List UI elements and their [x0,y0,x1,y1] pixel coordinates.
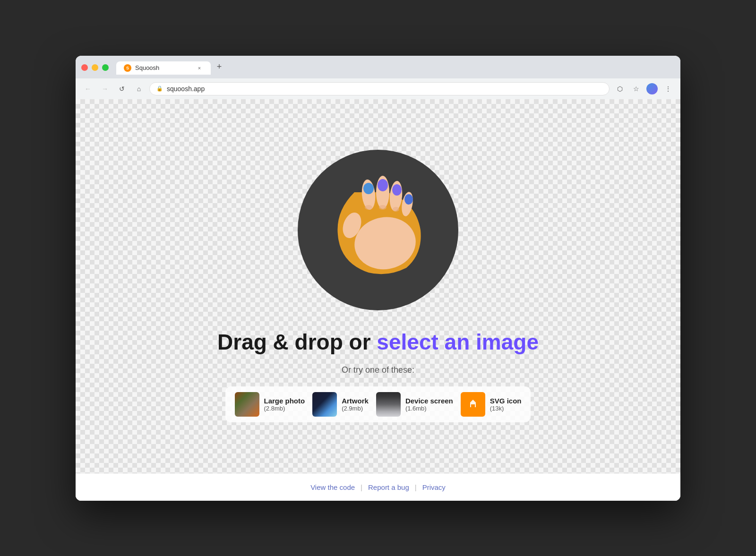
sample-thumb-device-bg [376,392,401,417]
page-content: Drag & drop or select an image Or try on… [76,99,680,501]
sample-info-svg: SVG icon (13k) [490,397,522,412]
external-link-icon[interactable]: ⬡ [613,82,627,95]
or-try-text: Or try one of these: [342,365,414,375]
sample-item-svg[interactable]: SVG icon (13k) [461,392,522,417]
svg-point-7 [392,184,402,196]
view-code-link[interactable]: View the code [310,483,355,491]
sample-images: Large photo (2.8mb) Artwork (2.9mb) [225,386,531,422]
forward-button[interactable]: → [98,82,112,95]
chrome-toolbar: ← → ↺ ⌂ 🔒 squoosh.app ⬡ ☆ ⋮ [76,78,680,99]
profile-icon[interactable] [645,82,659,95]
toolbar-actions: ⬡ ☆ ⋮ [613,82,675,95]
svg-rect-14 [471,404,475,407]
address-bar[interactable]: 🔒 squoosh.app [149,82,610,95]
sample-thumb-art-bg [312,392,337,417]
bookmark-icon[interactable]: ☆ [629,82,643,95]
svg-point-10 [365,205,372,210]
traffic-light-red[interactable] [81,64,88,71]
drop-text-prefix: Drag & drop or [217,330,377,354]
sample-item-art[interactable]: Artwork (2.9mb) [312,392,369,417]
sample-size-art: (2.9mb) [342,405,369,412]
reload-button[interactable]: ↺ [115,82,129,95]
tab-close-button[interactable]: × [196,64,203,72]
lock-icon: 🔒 [156,86,163,92]
svg-point-5 [378,179,388,191]
address-text: squoosh.app [167,85,205,93]
footer-separator-1: | [361,483,362,491]
home-button[interactable]: ⌂ [132,82,146,95]
drop-text: Drag & drop or select an image [217,329,539,355]
sample-info-device: Device screen (1.6mb) [405,397,453,412]
chrome-top: S Squoosh × + [81,60,675,75]
sample-item-photo[interactable]: Large photo (2.8mb) [235,392,305,417]
browser-window: S Squoosh × + ← → ↺ ⌂ 🔒 squoosh.app ⬡ ☆ … [76,56,680,501]
svg-point-9 [404,194,413,205]
squoosh-logo [314,166,442,294]
sample-thumb-svg [461,392,485,417]
footer-separator-2: | [415,483,417,491]
traffic-light-green[interactable] [102,64,109,71]
menu-icon[interactable]: ⋮ [662,82,675,95]
sample-info-art: Artwork (2.9mb) [342,397,369,412]
svg-point-12 [393,207,399,212]
tab-favicon: S [124,64,131,72]
new-tab-button[interactable]: + [213,60,226,74]
privacy-link[interactable]: Privacy [422,483,446,491]
logo-circle [298,150,458,310]
sample-size-device: (1.6mb) [405,405,453,412]
active-tab[interactable]: S Squoosh × [116,61,211,75]
chrome-titlebar: S Squoosh × + [76,56,680,78]
sample-size-photo: (2.8mb) [264,405,305,412]
svg-thumb-illustration [464,396,481,413]
sample-name-art: Artwork [342,397,369,405]
sample-size-svg: (13k) [490,405,522,412]
sample-name-device: Device screen [405,397,453,405]
page-footer: View the code | Report a bug | Privacy [76,473,680,501]
sample-name-svg: SVG icon [490,397,522,405]
tabs-row: S Squoosh × + [116,60,675,75]
sample-thumb-art [312,392,337,417]
svg-point-3 [363,183,374,194]
report-bug-link[interactable]: Report a bug [368,483,409,491]
sample-name-photo: Large photo [264,397,305,405]
sample-thumb-photo [235,392,259,417]
traffic-lights [81,64,109,71]
drop-text-highlight: select an image [377,330,539,354]
tab-title: Squoosh [135,64,192,71]
sample-thumb-photo-bg [235,392,259,417]
back-button[interactable]: ← [81,82,94,95]
svg-point-11 [379,205,387,210]
sample-item-device[interactable]: Device screen (1.6mb) [376,392,453,417]
sample-thumb-svg-bg [461,392,485,417]
traffic-light-yellow[interactable] [92,64,98,71]
sample-info-photo: Large photo (2.8mb) [264,397,305,412]
sample-thumb-device [376,392,401,417]
drop-zone[interactable]: Drag & drop or select an image Or try on… [76,99,680,473]
